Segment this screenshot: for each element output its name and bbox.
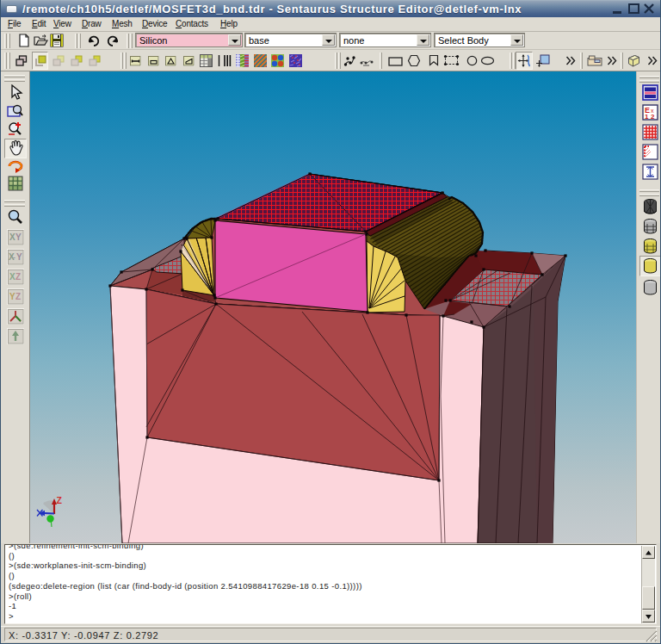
svg-text:Y: Y [9,292,15,301]
svg-text:1: 1 [645,113,649,121]
svg-text:Y: Y [15,232,22,242]
svg-text:2: 2 [651,113,655,121]
svg-text:Z: Z [15,272,21,282]
svg-text:Z: Z [15,292,21,301]
svg-text:X: X [9,232,15,242]
svg-text:-: - [13,253,15,262]
svg-text:Z: Z [57,495,63,505]
svg-text:Y: Y [16,252,22,262]
svg-text:X: X [9,272,15,282]
